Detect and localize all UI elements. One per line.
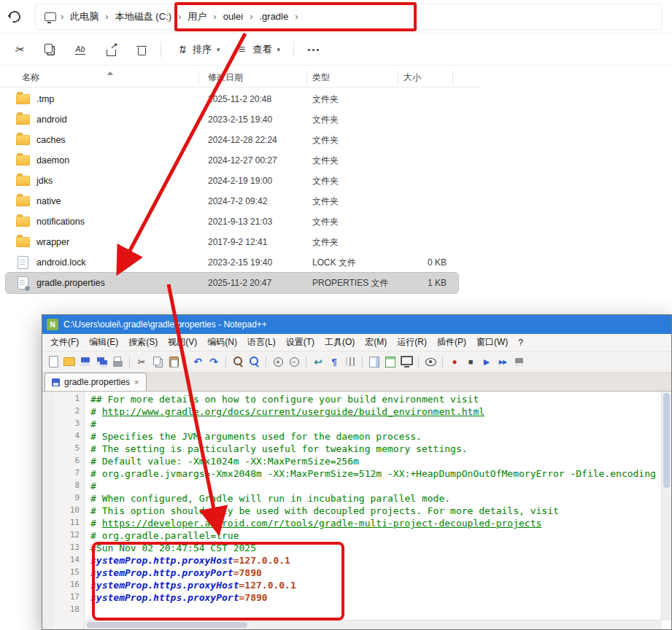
line-number: 13 (54, 542, 84, 555)
file-row[interactable]: android2023-2-15 19:40文件夹 (6, 109, 458, 130)
menu-item[interactable]: 视图(V) (163, 336, 202, 349)
breadcrumb-item[interactable]: oulei (218, 8, 248, 25)
word-wrap-icon[interactable] (311, 354, 325, 369)
horizontal-scrollbar-thumb[interactable] (87, 622, 247, 628)
vertical-scrollbar-thumb[interactable] (663, 393, 670, 488)
indent-guide-icon[interactable] (343, 354, 358, 369)
code-token: systemProp.http.proxyHost (90, 555, 233, 566)
copy-button[interactable] (36, 38, 63, 61)
file-icon (15, 114, 31, 125)
undo-icon[interactable] (190, 354, 205, 369)
toolbar-separator (129, 356, 130, 368)
column-header-name[interactable]: 名称 (22, 71, 39, 84)
breadcrumb-item[interactable]: 用户 (182, 7, 212, 26)
new-file-icon[interactable] (46, 354, 61, 369)
more-options-button[interactable] (300, 38, 326, 61)
file-row[interactable]: native2024-7-2 09:42文件夹 (6, 191, 458, 211)
code-token: # (90, 419, 96, 429)
paste-icon[interactable] (166, 354, 181, 369)
file-type: LOCK 文件 (312, 257, 356, 269)
column-divider[interactable] (306, 71, 307, 85)
cut-icon[interactable] (134, 354, 149, 369)
menu-item[interactable]: 设置(T) (281, 336, 320, 349)
file-row[interactable]: android.lock2023-2-15 19:40LOCK 文件0 KB (6, 252, 458, 273)
menu-item[interactable]: 文件(F) (45, 336, 84, 349)
file-row[interactable]: gradle.properties2025-11-2 20:47PROPERTI… (6, 273, 458, 293)
column-divider[interactable] (452, 71, 453, 85)
cut-icon (12, 42, 26, 57)
record-macro-icon[interactable] (447, 354, 462, 369)
play-multi-icon[interactable] (495, 354, 510, 369)
editor-area[interactable]: 123456789101112131415161718 ## For more … (42, 392, 671, 629)
column-header-type[interactable]: 类型 (312, 71, 330, 84)
share-button[interactable] (98, 38, 124, 61)
play-macro-icon[interactable] (479, 354, 494, 369)
open-folder-icon[interactable] (62, 354, 77, 369)
file-date: 2024-12-27 00:27 (208, 155, 277, 166)
print-icon[interactable] (110, 354, 125, 369)
editor-code[interactable]: ## For more details on how to configure … (85, 392, 671, 629)
file-name: .tmp (36, 94, 54, 104)
menu-item[interactable]: 编辑(E) (84, 336, 123, 349)
cut-button[interactable] (6, 38, 32, 61)
save-icon[interactable] (78, 354, 93, 369)
breadcrumb-item[interactable]: 此电脑 (65, 7, 104, 26)
show-symbols-icon[interactable] (327, 354, 341, 369)
toolbar-separator (266, 356, 266, 368)
function-list-icon[interactable] (383, 354, 398, 369)
file-row[interactable]: caches2024-12-28 22:24文件夹 (6, 130, 458, 150)
sort-button[interactable]: 排序 ▾ (167, 38, 228, 61)
stop-macro-icon[interactable] (463, 354, 478, 369)
vertical-scrollbar[interactable] (661, 392, 671, 621)
breadcrumb-item[interactable]: 本地磁盘 (C:) (110, 7, 177, 26)
breadcrumb-item[interactable]: .gradle (254, 8, 293, 25)
file-row[interactable]: daemon2024-12-27 00:27文件夹 (6, 150, 458, 171)
file-name: android (36, 114, 67, 125)
delete-button[interactable] (128, 38, 155, 61)
menu-item[interactable]: 窗口(W) (471, 336, 513, 349)
close-tab-icon[interactable]: × (134, 378, 139, 386)
code-line: systemProp.https.proxyPort=7890 (90, 592, 671, 604)
folder-icon (16, 217, 30, 227)
file-row[interactable]: .tmp2025-11-2 20:48文件夹 (6, 89, 458, 109)
address-box[interactable]: › 此电脑›本地磁盘 (C:)›用户›oulei›.gradle› (35, 4, 662, 30)
menu-item[interactable]: 语言(L) (242, 336, 281, 349)
monitor-icon[interactable] (399, 354, 414, 369)
code-line: # org.gradle.parallel=true (90, 530, 671, 542)
chevron-right-icon: › (104, 11, 109, 22)
save-macro-icon[interactable] (511, 354, 526, 369)
code-line: # When configured, Gradle will run in in… (90, 493, 671, 505)
save-all-icon[interactable] (94, 354, 109, 369)
rename-button[interactable] (67, 38, 93, 61)
find-icon[interactable] (231, 354, 245, 369)
file-type: 文件夹 (312, 155, 339, 167)
file-row[interactable]: notifications2021-9-13 21:03文件夹 (6, 211, 458, 232)
menu-item[interactable]: 运行(R) (392, 336, 432, 349)
file-row[interactable]: jdks2024-2-19 19:00文件夹 (6, 171, 458, 191)
zoom-in-icon[interactable] (271, 354, 285, 369)
menu-item[interactable]: ? (513, 338, 528, 348)
column-divider[interactable] (198, 71, 199, 85)
menu-item[interactable]: 插件(P) (432, 336, 471, 349)
doc-map-icon[interactable] (367, 354, 382, 369)
refresh-icon[interactable] (7, 9, 22, 24)
menu-item[interactable]: 编码(N) (202, 336, 242, 349)
column-header-size[interactable]: 大小 (403, 71, 421, 84)
menu-item[interactable]: 工具(O) (320, 336, 360, 349)
tab-gradle-properties[interactable]: gradle.properties × (45, 373, 147, 391)
column-divider[interactable] (398, 71, 398, 85)
view-button[interactable]: 查看 ▾ (228, 38, 288, 61)
column-header-date[interactable]: 修改日期 (208, 71, 243, 84)
eye-icon[interactable] (423, 354, 438, 369)
copy-icon[interactable] (150, 354, 165, 369)
horizontal-scrollbar[interactable] (85, 620, 662, 629)
replace-icon[interactable] (247, 354, 261, 369)
code-token: # When configured, Gradle will run in in… (90, 493, 450, 504)
explorer-toolbar: 排序 ▾ 查看 ▾ (0, 34, 672, 66)
file-row[interactable]: wrapper2017-9-2 12:41文件夹 (6, 232, 458, 252)
menu-item[interactable]: 搜索(S) (123, 336, 163, 349)
menu-item[interactable]: 宏(M) (360, 336, 392, 349)
zoom-out-icon[interactable] (287, 354, 301, 369)
redo-icon[interactable] (206, 354, 221, 369)
notepad-title-bar[interactable]: N C:\Users\oulei\.gradle\gradle.properti… (42, 315, 671, 334)
